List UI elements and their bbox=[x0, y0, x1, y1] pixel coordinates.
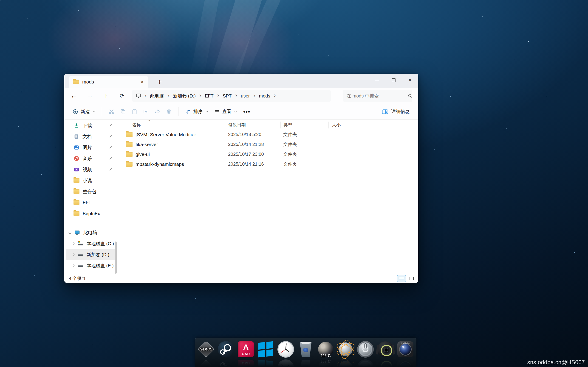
dock-autocad-icon[interactable]: A CAD bbox=[237, 340, 255, 358]
file-list: ^ 名称 修改日期 类型 大小 [SVM] Server Value Modif… bbox=[117, 119, 418, 274]
search-input[interactable] bbox=[346, 93, 407, 99]
cut-icon bbox=[108, 108, 115, 115]
back-button[interactable]: ← bbox=[67, 90, 80, 102]
maximize-button[interactable] bbox=[385, 74, 402, 86]
icons-view-toggle[interactable] bbox=[407, 275, 416, 282]
folder-icon bbox=[126, 152, 132, 157]
column-header-date[interactable]: 修改日期 bbox=[225, 122, 280, 128]
sidebar-item-drive-d[interactable]: 新加卷 (D:) bbox=[66, 249, 116, 260]
dock-weather-icon[interactable]: 11° C bbox=[317, 340, 335, 358]
folder-icon bbox=[126, 132, 132, 137]
more-options-button[interactable]: ••• bbox=[240, 108, 254, 115]
dock-steam-icon[interactable] bbox=[217, 340, 235, 358]
sidebar-scrollbar[interactable] bbox=[115, 242, 117, 274]
sidebar-item-modpack[interactable]: 整合包 bbox=[66, 186, 116, 197]
forward-button[interactable]: → bbox=[83, 90, 96, 102]
sidebar-item-novels[interactable]: 小说 bbox=[66, 175, 116, 186]
breadcrumb-drive-d[interactable]: 新加卷 (D:) bbox=[171, 92, 198, 100]
chevron-right-icon: › bbox=[234, 92, 239, 100]
file-type: 文件夹 bbox=[280, 151, 329, 157]
column-header-size[interactable]: 大小 bbox=[329, 122, 359, 128]
sidebar-item-eft[interactable]: EFT bbox=[66, 197, 116, 208]
sidebar-item-bepinex[interactable]: BepInEx bbox=[66, 208, 116, 219]
sidebar-item-downloads[interactable]: 下载 bbox=[66, 120, 116, 131]
camera-lens-icon: Carl Zeiss bbox=[397, 341, 414, 357]
search-icon[interactable] bbox=[407, 93, 413, 98]
dock-power-icon[interactable] bbox=[356, 340, 374, 358]
sidebar-item-drive-c[interactable]: 本地磁盘 (C:) bbox=[66, 238, 116, 249]
tab-mods[interactable]: mods × bbox=[69, 76, 148, 88]
details-view-toggle[interactable] bbox=[397, 275, 406, 282]
file-row-dynamicmaps[interactable]: mpstark-dynamicmaps 2025/10/14 21:16 文件夹 bbox=[117, 159, 418, 169]
new-button[interactable]: 新建 bbox=[69, 106, 98, 117]
steam-logo bbox=[218, 341, 234, 358]
breadcrumb-eft[interactable]: EFT bbox=[203, 92, 216, 100]
sort-button[interactable]: 排序 bbox=[182, 106, 211, 117]
file-type: 文件夹 bbox=[280, 161, 329, 167]
chevron-right-icon: › bbox=[272, 92, 277, 100]
computer-icon bbox=[135, 93, 142, 99]
view-toggles bbox=[397, 275, 416, 282]
sidebar-item-pictures[interactable]: 图片 bbox=[66, 142, 116, 153]
rename-button[interactable] bbox=[141, 106, 151, 117]
sidebar-item-music[interactable]: 音乐 bbox=[66, 153, 116, 164]
dock-recycle-bin-icon[interactable] bbox=[297, 340, 315, 358]
copy-button[interactable] bbox=[118, 106, 128, 117]
breadcrumb-user[interactable]: user bbox=[239, 92, 252, 100]
chevron-right-icon: › bbox=[198, 92, 203, 100]
details-pane-icon bbox=[382, 109, 389, 115]
new-tab-button[interactable]: + bbox=[154, 76, 165, 88]
details-pane-button[interactable]: 详细信息 bbox=[379, 106, 412, 117]
chevron-right-icon: › bbox=[166, 92, 171, 100]
minimize-button[interactable] bbox=[369, 74, 385, 86]
pin-icon bbox=[108, 123, 112, 127]
file-row-svm[interactable]: [SVM] Server Value Modifier 2025/10/13 5… bbox=[117, 130, 418, 140]
sort-ascending-icon: ^ bbox=[148, 119, 150, 123]
sidebar-item-this-pc[interactable]: 此电脑 bbox=[66, 227, 116, 238]
cut-button[interactable] bbox=[106, 106, 117, 117]
chevron-collapsed-icon[interactable] bbox=[72, 264, 75, 267]
chevron-expand-icon[interactable] bbox=[69, 231, 71, 234]
this-pc-icon bbox=[74, 230, 80, 236]
starfield bbox=[0, 0, 0, 0]
dock-audio-icon[interactable] bbox=[376, 340, 394, 358]
breadcrumb-this-pc[interactable]: 此电脑 bbox=[148, 92, 166, 100]
tab-bar: mods × + × bbox=[64, 74, 418, 88]
column-header-type[interactable]: 类型 bbox=[280, 122, 329, 128]
file-row-fika-server[interactable]: fika-server 2025/10/14 21:28 文件夹 bbox=[117, 140, 418, 149]
plus-circle-icon bbox=[72, 109, 78, 115]
dock-camera-icon[interactable]: Carl Zeiss bbox=[397, 340, 414, 358]
folder-icon bbox=[73, 178, 79, 183]
sidebar-item-drive-e[interactable]: 本地磁盘 (E:) bbox=[66, 260, 116, 271]
file-date: 2025/10/14 21:28 bbox=[225, 142, 280, 147]
column-header-name[interactable]: 名称 bbox=[117, 122, 225, 128]
folder-icon bbox=[73, 189, 79, 194]
tab-close-icon[interactable]: × bbox=[141, 79, 144, 85]
file-row-give-ui[interactable]: give-ui 2025/10/17 23:00 文件夹 bbox=[117, 149, 418, 159]
share-button[interactable] bbox=[152, 106, 163, 117]
view-button[interactable]: 查看 bbox=[211, 106, 240, 117]
breadcrumb-mods[interactable]: mods bbox=[257, 92, 272, 100]
paste-button[interactable] bbox=[129, 106, 140, 117]
sort-button-label: 排序 bbox=[193, 108, 203, 115]
refresh-button[interactable]: ⟳ bbox=[115, 90, 129, 102]
weather-temp: 11° C bbox=[321, 353, 331, 358]
status-bar: 4 个项目 bbox=[64, 274, 418, 283]
file-date: 2025/10/14 21:16 bbox=[225, 161, 280, 167]
file-name: mpstark-dynamicmaps bbox=[136, 161, 184, 167]
window-controls: × bbox=[369, 74, 418, 88]
up-button[interactable]: ↑ bbox=[99, 90, 112, 102]
sidebar-item-videos[interactable]: 视频 bbox=[66, 164, 116, 175]
chevron-collapsed-icon[interactable] bbox=[72, 253, 75, 256]
chevron-right-icon: › bbox=[143, 92, 148, 100]
pin-icon bbox=[108, 156, 112, 160]
breadcrumb-spt[interactable]: SPT bbox=[221, 92, 234, 100]
dock-network-globe-icon[interactable] bbox=[337, 340, 355, 358]
dock-nexus-icon[interactable]: NeXuS bbox=[197, 340, 215, 358]
dock-clock-icon[interactable] bbox=[277, 340, 295, 358]
delete-button[interactable] bbox=[164, 106, 174, 117]
close-button[interactable]: × bbox=[402, 74, 418, 86]
sidebar-item-documents[interactable]: 文档 bbox=[66, 131, 116, 142]
chevron-collapsed-icon[interactable] bbox=[72, 242, 75, 245]
dock-windows-icon[interactable] bbox=[257, 340, 275, 358]
